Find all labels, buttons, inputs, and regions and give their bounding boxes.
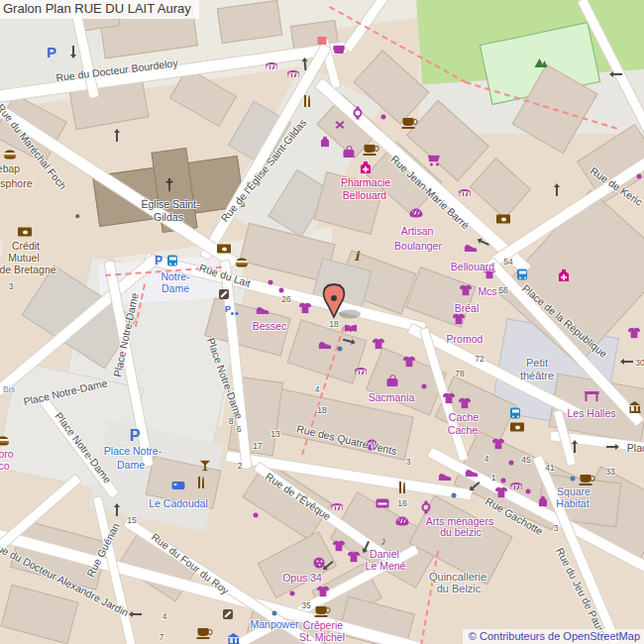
health-label: Pharmacie [341,177,390,188]
house-number: 7 [160,633,164,642]
shop-dot-icon [509,461,514,466]
shop-dot-icon [526,489,531,494]
bus-stop-icon [517,269,527,280]
bank-icon [18,228,32,237]
cafe-icon [198,628,209,636]
oneway-arrow-icon [116,132,118,142]
beauty-icon [355,368,368,374]
osm-attribution-link[interactable]: © Contributeurs de OpenStreetMap [463,629,644,644]
bicycle-parking-icon: P [225,305,239,317]
fast-food-icon [0,437,9,446]
shop-dot-icon [254,513,259,518]
house-number: 56 [498,286,507,295]
music-shop-icon: ♪ [380,535,386,547]
shop-label: Bellouard [451,262,494,272]
handbag-shop-icon [387,378,398,386]
house-number: 16 [397,499,406,508]
house-number: 41 [545,464,554,473]
supermarket-icon [428,156,440,166]
bakery-icon [410,209,423,218]
office-label: Habitat [556,498,589,509]
beauty-icon [266,62,278,68]
bollard-dot-icon [75,214,79,218]
poi-dot-icon [272,611,277,616]
shop-label: du belzic [440,527,481,538]
bank-icon [510,423,524,432]
shop-label: Sacmania [369,392,415,403]
shop-label: Arts ménagers [426,516,493,527]
beauty-icon [510,483,523,488]
shop-label: Cache [449,412,479,423]
poi-dot-icon [452,493,457,498]
parking-icon: P [47,45,56,59]
blue-label: Manpower [250,619,298,630]
telephone-icon [223,609,233,619]
amenity-label: de Bretagne [0,265,56,275]
house-number: 78 [455,370,464,378]
house-number: 45 [521,456,530,465]
house-number: 1 [491,474,496,483]
beauty-icon [331,503,344,509]
shop-dot-icon [501,479,506,483]
gray-label: du Belzic [437,584,482,594]
house-number: 13 [270,430,279,439]
government-building-icon [629,401,642,411]
jewelry-icon [354,109,363,118]
marketplace-icon [586,391,598,401]
fast-food-icon [4,151,16,160]
telephone-icon [219,289,229,299]
house-number: 3 [554,524,559,533]
restaurant-icon [196,477,206,488]
house-number: 17 [253,442,262,451]
restaurant-icon [397,482,407,493]
shop-label: Boulanger [394,241,442,252]
shop-dot-icon [637,174,642,179]
shop-label: Les Halles [567,408,615,419]
shop-dot-icon [422,384,427,389]
amenity-label: Bosphore [0,178,32,189]
blue-label: Le Cadoudal [149,498,208,509]
cafe-icon [581,475,591,483]
house-number: 30 [635,359,644,368]
building [217,0,282,44]
house-number: 54 [503,258,512,267]
house-number: 2 [238,462,243,471]
shop-label: Crêperie [303,620,343,631]
beauty-icon [287,70,300,76]
house-number: 18 [329,320,338,329]
oneway-arrow-icon [116,506,118,516]
parking-icon: P [130,428,141,444]
beauty-icon [459,189,472,195]
cafe-icon [365,145,376,153]
convenience-store-icon [318,37,327,45]
street-label: Place [627,443,644,454]
shop-label: co [0,461,10,472]
amenity-label: Mutuel [8,253,40,264]
oneway-arrow-icon [574,443,576,453]
house-number: 4 [484,455,489,464]
restaurant-icon [302,95,312,107]
amenity-label: Crédit [12,241,40,252]
house-number: 72 [475,355,483,364]
oneway-arrow-icon [612,73,622,75]
oneway-arrow-icon [606,446,616,448]
fast-food-icon [236,259,248,268]
oneway-arrow-icon [72,46,74,55]
bank-icon [217,245,231,254]
house-number: 3 [406,458,411,467]
map-title: Gralon Plan RUE DU LAIT Auray [0,0,199,19]
bus-stop-icon [510,408,520,419]
shop-label: Le Mené [366,561,406,572]
health-label: Bellouard [343,190,386,201]
shop-label: oro [0,449,14,460]
oneway-arrow-icon [556,186,558,196]
hairdresser-icon [335,120,345,130]
map-canvas[interactable]: PPPPi♪†Rue du Docteur BourdeloyRue du Ma… [0,0,644,644]
handbag-shop-icon [344,150,355,158]
office-label: Square [557,486,590,497]
gray-label: théâtre [520,371,554,381]
cafe-icon [403,118,414,126]
shop-label: Daniel [370,549,399,560]
house-number: 26 [281,295,290,304]
parking-icon: P [155,255,162,267]
